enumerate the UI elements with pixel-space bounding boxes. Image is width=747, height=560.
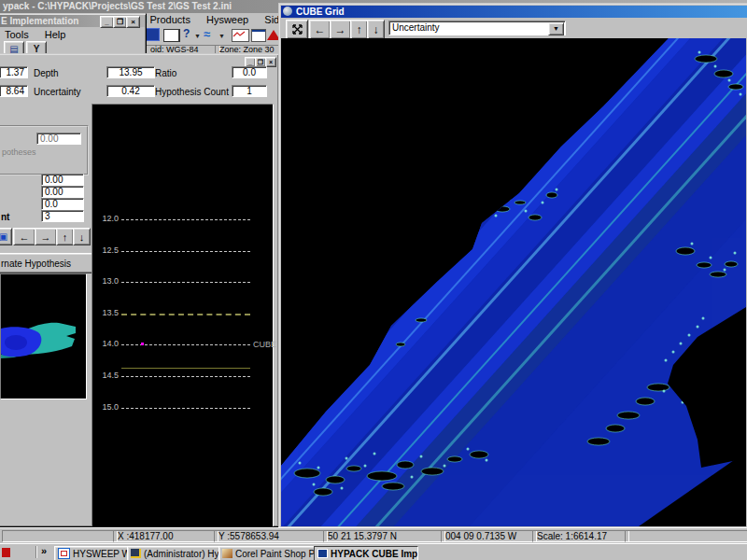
uncertainty-readout: 0.42: [106, 85, 155, 97]
scroll-left-button[interactable]: ←: [309, 20, 331, 39]
dropdown-arrow-icon[interactable]: ▼: [548, 22, 564, 35]
geodesy-zone: Zone: Zone 30: [215, 45, 278, 53]
hypotheses-group-field[interactable]: 0.00: [36, 133, 81, 145]
cube-surface-label: CUBE: [253, 340, 276, 349]
cube-grid-icon: [317, 549, 328, 558]
impl-close-button[interactable]: ×: [126, 16, 140, 28]
status-scale: Scale: 1:6614.17: [532, 530, 629, 542]
hypotheses-group-label: potheses: [2, 147, 36, 157]
y-valve-icon: Y: [34, 44, 40, 54]
count-input-field[interactable]: 3: [41, 210, 84, 222]
target-icon: ▣: [0, 231, 7, 242]
taskbar-button-hypack-admin[interactable]: (Administrator) Hypack - ...: [127, 546, 224, 560]
taskbar-button-hypack-cube[interactable]: HYPACK CUBE Imple...: [314, 546, 418, 560]
open-book-icon[interactable]: [163, 29, 180, 42]
query-icon[interactable]: ?: [183, 27, 190, 40]
impl-menu-help[interactable]: Help: [45, 29, 66, 40]
wave-dropdown-arrow-icon[interactable]: ▼: [218, 33, 225, 39]
paintshop-icon: [222, 549, 233, 558]
status-empty-cell: [2, 530, 118, 542]
impl-menu-tools[interactable]: Tools: [5, 29, 29, 40]
depth-label: Depth: [34, 68, 59, 78]
status-y-coordinate: Y :5578653.94: [214, 530, 328, 542]
hypack-main-title: ypack - C:\HYPACK\Projects\GS Test 2\GS …: [3, 1, 232, 11]
list-icon: ▤: [9, 44, 18, 54]
depth-profile-canvas[interactable]: 12.0 12.5 13.0 13.5 14.0 CUBE 14.5 15.0: [92, 104, 274, 527]
count-input-label: nt: [1, 212, 9, 222]
impl-maximize-button[interactable]: ❐: [113, 16, 127, 28]
quicklaunch-clipped-icon[interactable]: [2, 548, 10, 557]
status-latitude: 50 21 15.3797 N: [323, 530, 445, 542]
cube-implementation-title: E Implementation: [1, 16, 78, 26]
thumbnail-swath-graphic: [1, 274, 84, 397]
hypack-shell-icon: [131, 549, 141, 558]
scroll-up-button[interactable]: ↑: [350, 20, 368, 39]
taskbar: » HYSWEEP Web Docume... (Administrator) …: [0, 543, 747, 560]
cube-grid-titlebar[interactable]: CUBE Grid: [281, 6, 747, 18]
display-mode-value: Uncertainty: [392, 22, 440, 33]
desktop: { "main_window": { "title": "ypack - C:\…: [0, 0, 747, 560]
profile-chart-icon[interactable]: [232, 29, 249, 42]
uncertainty-label: Uncertainty: [34, 87, 81, 97]
clipped-tool-button[interactable]: ▣: [0, 228, 12, 245]
cube-grid-toolbar: ← → ↑ ↓ Uncertainty ▼: [281, 18, 747, 38]
ratio-label: Ratio: [155, 68, 176, 78]
cube-grid-window: CUBE Grid ← → ↑ ↓ Uncertainty ▼: [278, 3, 747, 529]
input-field-1[interactable]: 0.00: [41, 174, 84, 186]
status-x-coordinate: X :418177.00: [113, 530, 218, 542]
pan-up-button[interactable]: ↑: [56, 228, 74, 245]
cube-grid-window-icon: [283, 7, 292, 16]
wave-icon[interactable]: ≈: [204, 27, 210, 41]
menu-final-products[interactable]: l Products: [145, 14, 190, 25]
query-dropdown-arrow-icon[interactable]: ▼: [194, 33, 201, 39]
menu-hysweep[interactable]: Hysweep: [206, 14, 248, 25]
taskbar-button-corel[interactable]: Corel Paint Shop Pro Phot...: [218, 546, 317, 560]
ratio-readout: 0.0: [232, 66, 267, 78]
hypothesis-marker: [141, 343, 144, 345]
cube-panel-window: _ ❐ × 1.37 8.64 Depth 13.95 Ratio 0.0 Un…: [0, 53, 279, 527]
pan-left-button[interactable]: ←: [13, 228, 35, 245]
alternate-hypothesis-button[interactable]: rnate Hypothesis: [0, 253, 95, 273]
cube-grid-canvas[interactable]: [281, 38, 746, 526]
clipped-y-readout: 8.64: [0, 85, 28, 97]
status-empty-cell-right: [625, 530, 747, 542]
input-field-2[interactable]: 0.00: [41, 186, 84, 198]
pan-right-button[interactable]: →: [35, 228, 57, 245]
geodesy-ellipsoid: oid: WGS-84: [146, 45, 220, 53]
bathymetry-swath-graphic: [281, 38, 746, 526]
hypothesis-count-readout: 1: [232, 85, 267, 97]
cube-grid-title: CUBE Grid: [296, 7, 345, 17]
survey-surface-line: [121, 368, 250, 369]
expand-extents-button[interactable]: [286, 20, 308, 39]
cube-implementation-window: E Implementation _ ❐ × Tools Help ▤ Y: [0, 13, 147, 56]
pan-down-button[interactable]: ↓: [73, 228, 91, 245]
quicklaunch-overflow-chevron[interactable]: »: [41, 545, 47, 556]
depth-readout: 13.95: [106, 66, 155, 78]
scroll-down-button[interactable]: ↓: [367, 20, 385, 39]
clipped-x-readout: 1.37: [0, 66, 28, 78]
expand-icon: [291, 23, 303, 35]
scroll-right-button[interactable]: →: [330, 20, 351, 39]
status-bar: X :418177.00 Y :5578653.94 50 21 15.3797…: [0, 527, 747, 544]
hypothesis-thumbnail-canvas[interactable]: [0, 273, 87, 399]
input-field-3[interactable]: 0.0: [41, 198, 84, 210]
display-mode-dropdown[interactable]: Uncertainty ▼: [388, 21, 566, 35]
hypothesis-count-label: Hypothesis Count: [155, 87, 229, 97]
matrix-icon[interactable]: [251, 29, 266, 42]
status-longitude: 004 09 0.7135 W: [441, 530, 537, 542]
impl-minimize-button[interactable]: _: [100, 16, 114, 28]
web-document-icon: [58, 548, 70, 559]
taskbar-button-hysweep-web[interactable]: HYSWEEP Web Docume...: [54, 546, 131, 560]
taskbar-divider: [35, 546, 37, 558]
grid-editor-icon[interactable]: [146, 28, 160, 41]
